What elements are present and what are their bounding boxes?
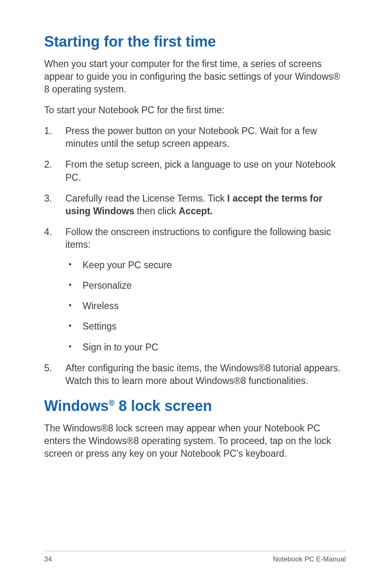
bullet-keep-secure: Keep your PC secure (65, 258, 346, 272)
heading-lock-sup: ® (109, 398, 115, 407)
bullet-settings: Settings (65, 320, 346, 333)
step-3-mid: then click (134, 206, 179, 216)
heading-lock-screen: Windows® 8 lock screen (44, 397, 346, 415)
page-number: 34 (44, 555, 52, 563)
step-3-bold-2: Accept. (179, 206, 213, 216)
bullet-wireless: Wireless (65, 299, 346, 312)
heading-lock-post: 8 lock screen (114, 397, 212, 414)
bullet-personalize: Personalize (65, 279, 346, 292)
page: Starting for the first time When you sta… (0, 0, 390, 588)
intro-paragraph-1: When you start your computer for the fir… (44, 58, 346, 96)
page-footer: 34 Notebook PC E-Manual (44, 551, 346, 563)
step-5: After configuring the basic items, the W… (44, 362, 346, 387)
step-4-text: Follow the onscreen instructions to conf… (65, 227, 331, 250)
step-4: Follow the onscreen instructions to conf… (44, 226, 346, 354)
heading-starting: Starting for the first time (44, 33, 346, 50)
step-1: Press the power button on your Notebook … (44, 125, 346, 150)
lock-screen-paragraph: The Windows®8 lock screen may appear whe… (44, 422, 346, 460)
step-2: From the setup screen, pick a language t… (44, 158, 346, 184)
intro-paragraph-2: To start your Notebook PC for the first … (44, 104, 346, 117)
step-3-prefix: Carefully read the License Terms. Tick (65, 193, 227, 204)
footer-title: Notebook PC E-Manual (273, 555, 346, 563)
steps-list: Press the power button on your Notebook … (44, 125, 346, 387)
step-3: Carefully read the License Terms. Tick I… (44, 192, 346, 218)
heading-lock-pre: Windows (44, 397, 109, 414)
step-4-bullets: Keep your PC secure Personalize Wireless… (65, 258, 346, 354)
bullet-signin: Sign in to your PC (65, 341, 346, 354)
